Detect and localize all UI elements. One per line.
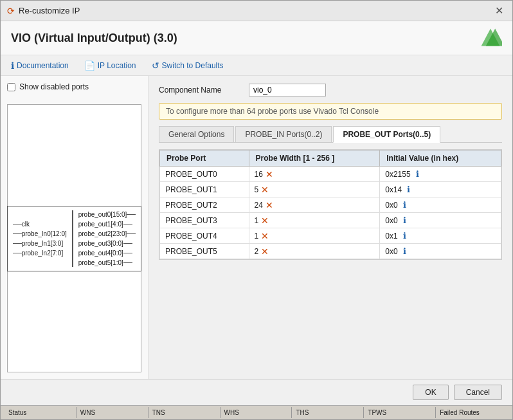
right-ports: probe_out0[15:0] probe_out1[4:0] probe_o…: [78, 210, 136, 267]
port-clk: clk: [13, 221, 67, 228]
switch-defaults-button[interactable]: ↺ Switch to Defaults: [149, 59, 226, 72]
cell-init-5: 0x0 ℹ: [380, 244, 501, 259]
main-content: Show disabled ports clk probe_In0[12:0]: [1, 76, 512, 379]
tab-probe-in[interactable]: PROBE_IN Ports(0..2): [235, 126, 332, 142]
status-cell-wns: WNS: [78, 407, 148, 418]
clear-width-1[interactable]: ✕: [261, 185, 269, 194]
info-icon-0[interactable]: ℹ: [416, 169, 419, 179]
left-panel: Show disabled ports clk probe_In0[12:0]: [1, 76, 148, 379]
clear-width-5[interactable]: ✕: [261, 247, 269, 256]
clear-width-2[interactable]: ✕: [266, 201, 273, 210]
show-disabled-checkbox[interactable]: [7, 83, 15, 91]
col-init-value: Initial Value (in hex): [380, 151, 501, 167]
cell-width-3: 1 ✕: [249, 213, 380, 228]
cell-port-5: PROBE_OUT5: [160, 244, 249, 259]
col-probe-width: Probe Width [1 - 256 ]: [249, 151, 380, 167]
table-row: PROBE_OUT0 16 ✕ 0x2155 ℹ: [160, 167, 501, 182]
tab-general-options[interactable]: General Options: [159, 126, 234, 142]
status-cell-tpws: TPWS: [365, 407, 436, 418]
clear-width-3[interactable]: ✕: [261, 216, 269, 225]
title-bar: ⟳ Re-customize IP ✕: [1, 1, 512, 21]
cell-init-0: 0x2155 ℹ: [380, 167, 501, 182]
info-icon-4[interactable]: ℹ: [403, 231, 406, 241]
port-out2: probe_out2[23:0]: [78, 230, 136, 237]
xilinx-logo: [479, 26, 502, 50]
status-cell-ths: THS: [293, 407, 364, 418]
clear-width-4[interactable]: ✕: [261, 232, 269, 241]
header: VIO (Virtual Input/Output) (3.0): [1, 21, 512, 55]
status-cell-tns: TNS: [150, 407, 221, 418]
cell-width-5: 2 ✕: [249, 244, 380, 259]
cell-width-2: 24 ✕: [249, 197, 380, 213]
switch-defaults-label: Switch to Defaults: [162, 61, 224, 70]
cell-width-1: 5 ✕: [249, 182, 380, 197]
status-cell-whs: WHS: [222, 407, 292, 418]
port-out1: probe_out1[4:0]: [78, 221, 136, 228]
clk-label: clk: [22, 221, 30, 228]
tab-bar: General Options PROBE_IN Ports(0..2) PRO…: [159, 126, 502, 143]
right-panel: Component Name To configure more than 64…: [148, 76, 512, 379]
ip-location-label: IP Location: [98, 61, 136, 70]
cell-init-3: 0x0 ℹ: [380, 213, 501, 228]
probe-in1-label: probe_In1[3:0]: [22, 240, 64, 247]
info-icon-2[interactable]: ℹ: [403, 200, 406, 210]
table-row: PROBE_OUT5 2 ✕ 0x0 ℹ: [160, 244, 501, 259]
component-name-row: Component Name: [159, 84, 502, 96]
component-name-input[interactable]: [249, 84, 326, 96]
status-cell-failed-routes: Failed Routes: [437, 407, 507, 418]
cell-port-1: PROBE_OUT1: [160, 182, 249, 197]
left-ports: clk probe_In0[12:0] probe_In1[3:0]: [13, 210, 67, 267]
block-left-border: [72, 210, 73, 267]
port-out5: probe_out5[1:0]: [78, 259, 136, 266]
app-title: VIO (Virtual Input/Output) (3.0): [11, 32, 177, 45]
ok-button[interactable]: OK: [413, 385, 448, 400]
cell-init-4: 0x1 ℹ: [380, 228, 501, 244]
window-icon: ⟳: [7, 6, 15, 16]
documentation-button[interactable]: ℹ Documentation: [8, 59, 71, 72]
cell-width-4: 1 ✕: [249, 228, 380, 244]
component-diagram: clk probe_In0[12:0] probe_In1[3:0]: [7, 104, 141, 372]
location-icon: 📄: [84, 60, 95, 71]
table-row: PROBE_OUT3 1 ✕ 0x0 ℹ: [160, 213, 501, 228]
cell-port-2: PROBE_OUT2: [160, 197, 249, 213]
port-out3: probe_out3[0:0]: [78, 240, 136, 247]
info-icon-3[interactable]: ℹ: [403, 215, 406, 225]
cell-port-0: PROBE_OUT0: [160, 167, 249, 182]
col-probe-port: Probe Port: [160, 151, 249, 167]
cancel-button[interactable]: Cancel: [454, 385, 502, 400]
refresh-icon: ↺: [152, 60, 159, 71]
documentation-label: Documentation: [17, 61, 69, 70]
table-row: PROBE_OUT4 1 ✕ 0x1 ℹ: [160, 228, 501, 244]
probe-in2-label: probe_In2[7:0]: [22, 250, 64, 257]
probe-table: Probe Port Probe Width [1 - 256 ] Initia…: [159, 149, 502, 260]
show-disabled-row: Show disabled ports: [7, 82, 141, 91]
probe-in0-label: probe_In0[12:0]: [22, 230, 67, 237]
footer: OK Cancel: [1, 379, 512, 405]
clear-width-0[interactable]: ✕: [266, 170, 273, 179]
port-in0: probe_In0[12:0]: [13, 230, 67, 237]
port-in2: probe_In2[7:0]: [13, 250, 67, 257]
probe-out4-label: probe_out4[0:0]: [78, 250, 123, 257]
info-icon-5[interactable]: ℹ: [403, 246, 406, 256]
toolbar: ℹ Documentation 📄 IP Location ↺ Switch t…: [1, 55, 512, 76]
port-in1: probe_In1[3:0]: [13, 240, 67, 247]
status-cell-status: Status: [6, 407, 76, 418]
status-bar: Status WNS TNS WHS THS TPWS Failed Route…: [1, 405, 512, 419]
tab-probe-out[interactable]: PROBE_OUT Ports(0..5): [333, 126, 440, 143]
diagram-block: clk probe_In0[12:0] probe_In1[3:0]: [7, 206, 142, 271]
table-row: PROBE_OUT1 5 ✕ 0x14 ℹ: [160, 182, 501, 197]
probe-out2-label: probe_out2[23:0]: [78, 230, 127, 237]
info-banner: To configure more than 64 probe ports us…: [159, 103, 502, 120]
info-icon-1[interactable]: ℹ: [407, 185, 410, 194]
title-bar-left: ⟳ Re-customize IP: [7, 6, 80, 16]
close-button[interactable]: ✕: [492, 5, 506, 17]
table-row: PROBE_OUT2 24 ✕ 0x0 ℹ: [160, 197, 501, 213]
ip-location-button[interactable]: 📄 IP Location: [82, 59, 139, 72]
probe-out0-label: probe_out0[15:0]: [78, 211, 127, 218]
cell-port-3: PROBE_OUT3: [160, 213, 249, 228]
info-icon: ℹ: [11, 60, 14, 71]
info-banner-text: To configure more than 64 probe ports us…: [166, 107, 379, 116]
port-out0: probe_out0[15:0]: [78, 211, 136, 218]
component-name-label: Component Name: [159, 86, 242, 95]
window-title: Re-customize IP: [19, 6, 80, 15]
